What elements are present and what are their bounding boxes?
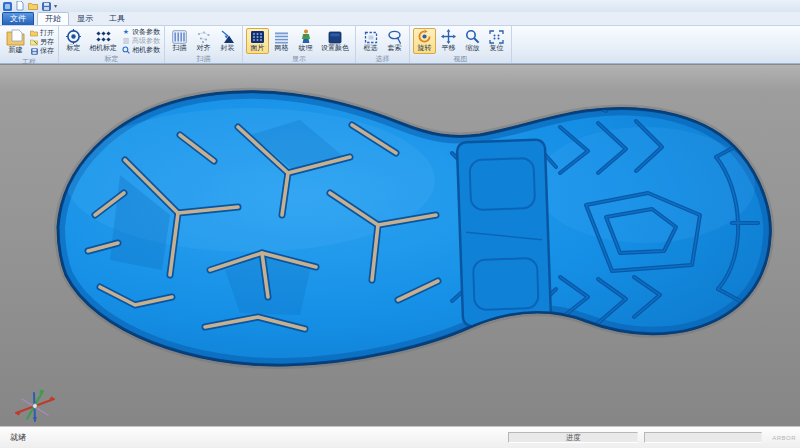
tab-start[interactable]: 开始 (37, 12, 69, 25)
grid-view-icon (274, 29, 289, 44)
progress-label: 进度 (566, 433, 581, 443)
status-secondary-trough (644, 432, 762, 443)
texture-view-button[interactable]: 纹理 (294, 28, 317, 54)
align-icon (196, 29, 211, 44)
titlebar: ▾ (0, 0, 800, 12)
box-select-button[interactable]: 框选 (359, 28, 382, 54)
grid-view-button[interactable]: 网格 (270, 28, 293, 54)
advanced-params-icon: ▥ (122, 37, 130, 45)
3d-viewport[interactable] (0, 64, 800, 426)
camera-calibrate-icon (95, 29, 111, 44)
statusbar: 就绪 进度 ARBOR (0, 426, 800, 448)
save-icon[interactable] (41, 1, 51, 11)
new-doc-icon[interactable] (15, 1, 25, 11)
group-label-select: 选择 (359, 54, 406, 63)
group-label-view: 视图 (413, 54, 508, 63)
scan-button[interactable]: 扫描 (168, 28, 191, 54)
tab-display[interactable]: 显示 (69, 12, 101, 25)
group-label-calibration: 标定 (62, 54, 161, 63)
camera-calibrate-button[interactable]: 相机标定 (86, 28, 120, 54)
app-logo-icon (2, 1, 12, 11)
set-color-button[interactable]: 设置颜色 (318, 28, 352, 54)
reset-view-icon (489, 29, 504, 44)
watermark-text: ARBOR (772, 435, 796, 441)
align-button[interactable]: 对齐 (192, 28, 215, 54)
save-as-small-icon (30, 38, 38, 46)
project-small-buttons: 打开 另存 保存 (29, 29, 55, 55)
calibrate-button[interactable]: 标定 (62, 28, 85, 54)
device-params-button[interactable]: ★ 设备参数 (122, 28, 160, 36)
new-project-icon (6, 31, 25, 46)
camera-params-button[interactable]: 相机参数 (122, 46, 160, 54)
axis-triad-icon[interactable] (12, 385, 58, 425)
shoe-sole-scan[interactable] (0, 65, 800, 426)
save-project-button[interactable]: 保存 (30, 47, 54, 55)
progress-trough: 进度 (508, 432, 638, 443)
menu-tabs: 文件 开始 显示 工具 (0, 12, 800, 26)
pan-view-button[interactable]: 平移 (437, 28, 460, 54)
ribbon: 新建 打开 另存 保存 工程 (0, 26, 800, 64)
box-select-icon (364, 29, 378, 44)
new-project-button[interactable]: 新建 (3, 27, 28, 57)
wrap-icon (220, 29, 235, 44)
tab-tools[interactable]: 工具 (101, 12, 133, 25)
group-label-display: 显示 (246, 54, 352, 63)
reset-view-button[interactable]: 复位 (485, 28, 508, 54)
scan-icon (172, 29, 187, 44)
ribbon-group-select: 框选 套索 选择 (356, 26, 410, 63)
zoom-view-icon (465, 29, 480, 44)
app-window: ▾ 文件 开始 显示 工具 新建 打开 (0, 0, 800, 448)
ribbon-group-display: 面片 网格 纹理 设置 (243, 26, 356, 63)
mesh-view-icon (250, 29, 265, 44)
quickbar-dropdown-icon[interactable]: ▾ (54, 1, 57, 11)
group-label-scan: 扫描 (168, 54, 239, 63)
open-small-icon (30, 29, 38, 37)
tab-file[interactable]: 文件 (2, 12, 34, 25)
ribbon-group-calibration: 标定 (59, 26, 165, 63)
parameter-buttons: ★ 设备参数 ▥ 高级参数 相机参数 (121, 28, 161, 54)
calibrate-icon (66, 29, 81, 44)
status-ready-text: 就绪 (10, 432, 26, 443)
zoom-view-button[interactable]: 缩放 (461, 28, 484, 54)
rotate-view-button[interactable]: 旋转 (413, 28, 436, 54)
ribbon-group-view: 旋转 平移 缩放 复位 (410, 26, 512, 63)
lasso-select-icon (387, 29, 402, 44)
open-folder-icon[interactable] (28, 1, 38, 11)
lasso-select-button[interactable]: 套索 (383, 28, 406, 54)
set-color-icon (328, 29, 342, 44)
camera-params-icon (122, 46, 130, 54)
ribbon-group-project: 新建 打开 另存 保存 工程 (0, 26, 59, 63)
open-project-button[interactable]: 打开 (30, 29, 54, 37)
texture-view-icon (300, 29, 312, 44)
save-small-icon (30, 47, 38, 55)
wrap-button[interactable]: 封装 (216, 28, 239, 54)
pan-view-icon (441, 29, 456, 44)
save-as-button[interactable]: 另存 (30, 38, 54, 46)
mesh-view-button[interactable]: 面片 (246, 28, 269, 54)
rotate-view-icon (417, 29, 432, 44)
device-params-icon: ★ (122, 28, 130, 36)
ribbon-group-scan: 扫描 对齐 封装 扫描 (165, 26, 243, 63)
advanced-params-button[interactable]: ▥ 高级参数 (122, 37, 160, 45)
